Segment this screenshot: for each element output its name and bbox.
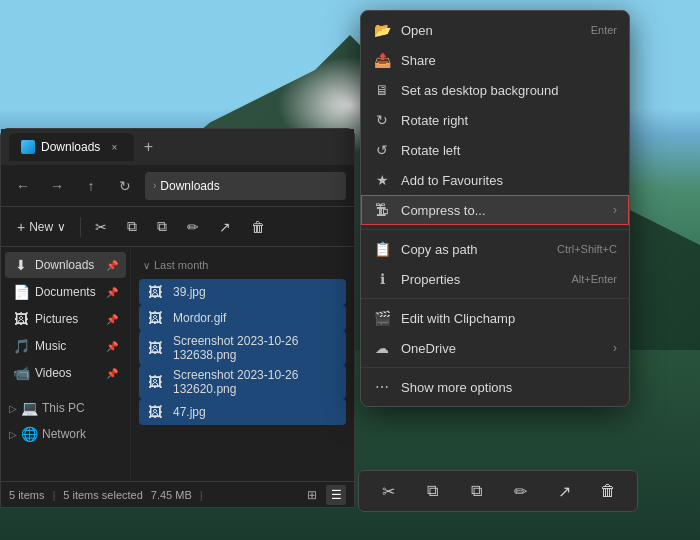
up-button[interactable]: ↑: [77, 172, 105, 200]
copy-path-label: Copy as path: [401, 242, 547, 257]
sidebar-item-documents[interactable]: 📄 Documents 📌: [5, 279, 126, 305]
sidebar-thispc-label: This PC: [42, 401, 85, 415]
sidebar-item-videos[interactable]: 📹 Videos 📌: [5, 360, 126, 386]
share-label: Share: [401, 53, 617, 68]
ctx-sep-1: [361, 229, 629, 230]
toolbar: + New ∨ ✂ ⧉ ⧉ ✏ ↗ 🗑: [1, 207, 354, 247]
rotate-right-icon: ↻: [373, 111, 391, 129]
rotate-left-icon: ↺: [373, 141, 391, 159]
sidebar-documents-label: Documents: [35, 285, 96, 299]
sidebar-videos-label: Videos: [35, 366, 71, 380]
sidebar-section-thispc[interactable]: ▷ 💻 This PC: [1, 395, 130, 421]
ctx-copy-path[interactable]: 📋 Copy as path Ctrl+Shift+C: [361, 234, 629, 264]
copy-button[interactable]: ⧉: [119, 214, 145, 239]
ctx-edit-clipchamp[interactable]: 🎬 Edit with Clipchamp: [361, 303, 629, 333]
file-item-1[interactable]: 🖼 Mordor.gif: [139, 305, 346, 331]
explorer-tab[interactable]: Downloads ×: [9, 133, 134, 161]
copy-icon: ⧉: [127, 218, 137, 235]
status-bar: 5 items | 5 items selected 7.45 MB | ⊞ ☰: [1, 481, 354, 507]
group-chevron: ∨: [143, 260, 150, 271]
ctx-rotate-right[interactable]: ↻ Rotate right: [361, 105, 629, 135]
sidebar-pictures-label: Pictures: [35, 312, 78, 326]
back-button[interactable]: ←: [9, 172, 37, 200]
ctx-share-button[interactable]: ↗: [550, 477, 578, 505]
ctx-onedrive[interactable]: ☁ OneDrive ›: [361, 333, 629, 363]
ctx-rotate-left[interactable]: ↺ Rotate left: [361, 135, 629, 165]
file-name-4: 47.jpg: [173, 405, 206, 419]
address-bar[interactable]: › Downloads: [145, 172, 346, 200]
sidebar-item-pictures[interactable]: 🖼 Pictures 📌: [5, 306, 126, 332]
file-name-0: 39.jpg: [173, 285, 206, 299]
ctx-rename-button[interactable]: ✏: [506, 477, 534, 505]
file-item-3[interactable]: 🖼 Screenshot 2023-10-26 132620.png: [139, 365, 346, 399]
cut-button[interactable]: ✂: [87, 215, 115, 239]
compress-label: Compress to...: [401, 203, 603, 218]
sidebar-section-network[interactable]: ▷ 🌐 Network: [1, 421, 130, 447]
desktop-icon: 🖥: [373, 81, 391, 99]
compress-icon: 🗜: [373, 201, 391, 219]
pin-icon-4: 📌: [106, 341, 118, 352]
refresh-button[interactable]: ↻: [111, 172, 139, 200]
music-icon: 🎵: [13, 338, 29, 354]
ctx-compress[interactable]: 🗜 Compress to... ›: [361, 195, 629, 225]
file-group-header: ∨ Last month: [139, 255, 346, 275]
pin-icon-5: 📌: [106, 368, 118, 379]
ctx-properties[interactable]: ℹ Properties Alt+Enter: [361, 264, 629, 294]
ctx-paste-button[interactable]: ⧉: [462, 477, 490, 505]
file-item-0[interactable]: 🖼 39.jpg: [139, 279, 346, 305]
file-name-3: Screenshot 2023-10-26 132620.png: [173, 368, 340, 396]
sidebar-item-downloads[interactable]: ⬇ Downloads 📌: [5, 252, 126, 278]
sidebar-item-music[interactable]: 🎵 Music 📌: [5, 333, 126, 359]
ctx-copy-button[interactable]: ⧉: [418, 477, 446, 505]
open-label: Open: [401, 23, 581, 38]
address-path: Downloads: [160, 179, 219, 193]
toolbar-separator: [80, 217, 81, 237]
open-shortcut: Enter: [591, 24, 617, 36]
rename-button[interactable]: ✏: [179, 215, 207, 239]
new-button[interactable]: + New ∨: [9, 215, 74, 239]
ctx-cut-button[interactable]: ✂: [374, 477, 402, 505]
address-chevron: ›: [153, 180, 156, 191]
new-icon: +: [17, 219, 25, 235]
cut-icon: ✂: [95, 219, 107, 235]
open-icon: 📂: [373, 21, 391, 39]
ctx-sep-2: [361, 298, 629, 299]
rotate-left-label: Rotate left: [401, 143, 617, 158]
navigation-bar: ← → ↑ ↻ › Downloads: [1, 165, 354, 207]
file-icon-0: 🖼: [145, 282, 165, 302]
paste-button[interactable]: ⧉: [149, 214, 175, 239]
file-size: 7.45 MB: [151, 489, 192, 501]
new-tab-button[interactable]: +: [134, 133, 162, 161]
thispc-chevron: ▷: [9, 403, 17, 414]
documents-icon: 📄: [13, 284, 29, 300]
view-controls: ⊞ ☰: [302, 485, 346, 505]
list-view-button[interactable]: ⊞: [302, 485, 322, 505]
file-name-2: Screenshot 2023-10-26 132638.png: [173, 334, 340, 362]
rename-icon: ✏: [187, 219, 199, 235]
copy-path-shortcut: Ctrl+Shift+C: [557, 243, 617, 255]
ctx-share[interactable]: 📤 Share: [361, 45, 629, 75]
details-view-button[interactable]: ☰: [326, 485, 346, 505]
ctx-delete-button[interactable]: 🗑: [594, 477, 622, 505]
copy-path-icon: 📋: [373, 240, 391, 258]
sidebar: ⬇ Downloads 📌 📄 Documents 📌 🖼 Pictures 📌…: [1, 247, 131, 481]
file-name-1: Mordor.gif: [173, 311, 226, 325]
forward-button[interactable]: →: [43, 172, 71, 200]
paste-icon: ⧉: [157, 218, 167, 235]
delete-button[interactable]: 🗑: [243, 215, 273, 239]
ctx-set-desktop[interactable]: 🖥 Set as desktop background: [361, 75, 629, 105]
ctx-more-options[interactable]: ⋯ Show more options: [361, 372, 629, 402]
file-icon-4: 🖼: [145, 402, 165, 422]
tab-close-button[interactable]: ×: [106, 139, 122, 155]
file-list: ∨ Last month 🖼 39.jpg 🖼 Mordor.gif 🖼 Scr…: [131, 247, 354, 481]
explorer-window: Downloads × + ← → ↑ ↻ › Downloads + New …: [0, 128, 355, 508]
network-icon: 🌐: [21, 426, 38, 442]
ctx-add-favourites[interactable]: ★ Add to Favourites: [361, 165, 629, 195]
status-sep-1: |: [52, 489, 55, 501]
set-desktop-label: Set as desktop background: [401, 83, 617, 98]
file-item-4[interactable]: 🖼 47.jpg: [139, 399, 346, 425]
ctx-open[interactable]: 📂 Open Enter: [361, 15, 629, 45]
file-item-2[interactable]: 🖼 Screenshot 2023-10-26 132638.png: [139, 331, 346, 365]
share-button[interactable]: ↗: [211, 215, 239, 239]
context-menu: 📂 Open Enter 📤 Share 🖥 Set as desktop ba…: [360, 10, 630, 407]
